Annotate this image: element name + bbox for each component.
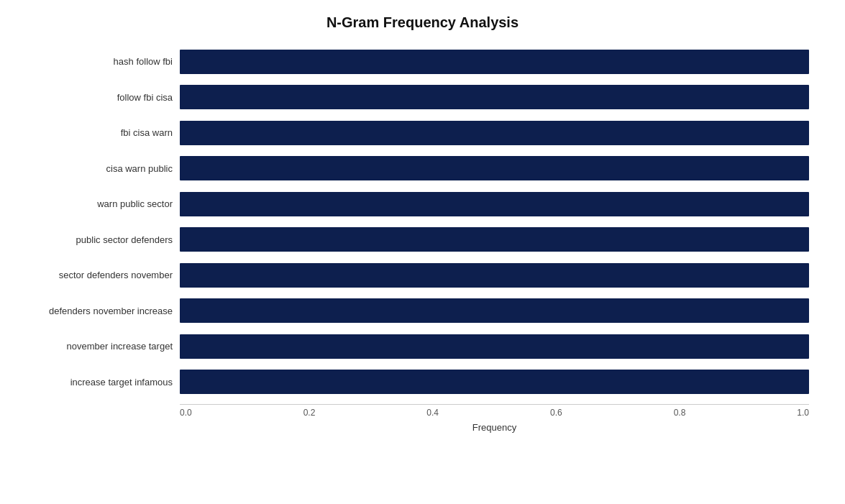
bar-row: hash follow fbi [180,44,809,80]
bar-label: fbi cisa warn [7,127,173,138]
bar-fill [180,85,809,109]
bar-row: increase target infamous [180,365,809,400]
bar-label: increase target infamous [7,377,173,388]
x-axis-label: Frequency [180,422,809,433]
bar-fill [180,370,809,394]
x-axis-tick: 0.2 [303,408,316,418]
x-axis-tick: 0.8 [674,408,686,418]
bar-track [180,227,809,252]
bar-row: sector defenders november [180,257,809,293]
bar-label: sector defenders november [7,270,173,280]
chart-area: hash follow fbifollow fbi cisafbi cisa w… [7,44,838,433]
bar-label: november increase target [7,341,173,352]
bar-fill [180,50,809,74]
bar-fill [180,263,809,288]
bar-label: warn public sector [7,198,173,209]
bar-row: fbi cisa warn [180,115,809,151]
bar-row: public sector defenders [180,222,809,258]
bar-label: follow fbi cisa [7,92,173,103]
bar-fill [180,298,809,323]
bar-track [180,263,809,288]
x-axis-line [180,404,809,405]
x-axis-tick: 0.4 [426,408,439,418]
chart-title: N-Gram Frequency Analysis [7,14,838,31]
bar-track [180,192,809,216]
x-axis-tick: 0.0 [180,408,192,418]
bar-fill [180,334,809,359]
chart-container: N-Gram Frequency Analysis hash follow fb… [0,0,845,504]
bar-label: defenders november increase [7,306,173,316]
bar-row: november increase target [180,329,809,365]
x-axis-tick: 0.6 [550,408,562,418]
bar-track [180,370,809,394]
bar-track [180,121,809,145]
bar-fill [180,156,809,180]
bar-row: cisa warn public [180,151,809,187]
bar-track [180,298,809,323]
bar-row: follow fbi cisa [180,80,809,116]
bar-row: defenders november increase [180,293,809,329]
bar-label: hash follow fbi [7,56,173,67]
bar-row: warn public sector [180,186,809,222]
bar-fill [180,121,809,145]
x-axis-tick: 1.0 [797,408,809,418]
bar-track [180,85,809,109]
x-axis: 0.00.20.40.60.81.0 Frequency [7,404,838,433]
bar-track [180,156,809,180]
chart-rows: hash follow fbifollow fbi cisafbi cisa w… [7,44,838,400]
bar-fill [180,192,809,216]
bar-label: public sector defenders [7,234,173,245]
bar-label: cisa warn public [7,163,173,174]
bar-track [180,50,809,74]
x-axis-ticks: 0.00.20.40.60.81.0 [180,408,809,418]
bar-track [180,334,809,359]
bar-fill [180,227,809,252]
